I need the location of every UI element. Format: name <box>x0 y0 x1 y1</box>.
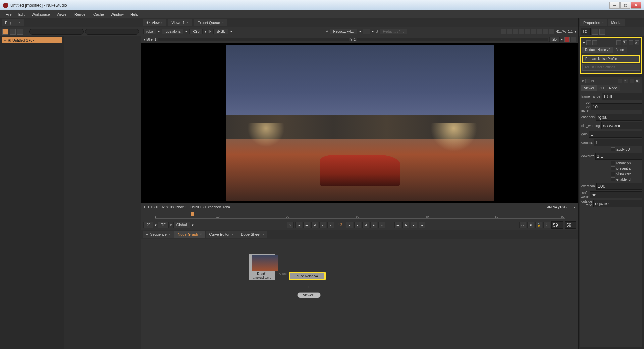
settings-icon[interactable] <box>571 37 576 42</box>
input-a-dropdown[interactable]: Reduc… v4… <box>330 29 357 34</box>
menu-render[interactable]: Render <box>71 11 90 18</box>
node-read1[interactable]: Read1 ampleClip.mp <box>249 254 275 280</box>
export-icon[interactable]: ⤴ <box>543 222 550 228</box>
minimize-button[interactable]: — <box>609 2 620 9</box>
tf-dropdown[interactable]: TF <box>158 222 168 228</box>
props-tab-node[interactable]: Node <box>613 47 627 53</box>
step-fwd-button[interactable]: ▸I <box>362 222 369 228</box>
close-panel-icon[interactable]: × <box>635 40 639 45</box>
adjust-filter-settings-button[interactable]: Adjust Filter Settings <box>582 64 640 71</box>
menu-file[interactable]: File <box>2 11 15 18</box>
pause-icon[interactable] <box>549 29 554 34</box>
next-icon[interactable]: ▸ <box>151 38 153 41</box>
edit-icon[interactable] <box>618 79 622 83</box>
apply-lut-checkbox[interactable] <box>611 147 615 151</box>
increment-input[interactable] <box>591 103 642 110</box>
clip-icon[interactable] <box>519 29 524 34</box>
outside-ratio-dropdown[interactable] <box>593 200 642 207</box>
channels-input-1[interactable] <box>596 114 642 121</box>
frame-range-input[interactable] <box>602 93 642 100</box>
range-dropdown[interactable]: Global <box>173 222 190 228</box>
next-frame-button[interactable]: ▸ <box>354 222 361 228</box>
monitor-icon[interactable]: ▭ <box>519 222 526 228</box>
node-graph-canvas[interactable]: Read1 ampleClip.mp Source duce Noise v4 … <box>141 239 578 349</box>
gamma-slider[interactable] <box>357 38 548 41</box>
end-frame-input[interactable] <box>551 221 563 229</box>
menu-help[interactable]: Help <box>127 11 142 18</box>
next-key-button[interactable]: ■ <box>370 222 377 228</box>
close-icon[interactable]: × <box>232 233 233 236</box>
prepare-noise-profile-button[interactable]: Prepare Noise Profile <box>582 55 640 63</box>
view-mode-dropdown[interactable]: 2D <box>549 37 560 42</box>
close-icon[interactable]: × <box>187 21 189 24</box>
props-tab-viewer[interactable]: Viewer <box>581 85 597 91</box>
skip-fwd-button[interactable]: ▸▸ <box>419 222 425 228</box>
tab-curve-editor[interactable]: Curve Editor × <box>206 231 236 238</box>
current-frame[interactable]: 13 <box>335 223 345 227</box>
clear-icon[interactable] <box>599 29 605 35</box>
view-list-icon[interactable] <box>10 29 16 35</box>
first-frame-button[interactable]: I◂ <box>295 222 302 228</box>
prevent-checkbox[interactable] <box>611 166 615 170</box>
gamma-input[interactable] <box>594 139 642 146</box>
help-icon[interactable]: ? <box>624 79 628 83</box>
menu-cache[interactable]: Cache <box>90 11 107 18</box>
menu-workspace[interactable]: Workspace <box>28 11 53 18</box>
record-icon[interactable] <box>564 37 570 42</box>
overscan-input[interactable] <box>596 183 642 190</box>
alpha-dropdown[interactable]: rgba.alpha <box>162 29 183 34</box>
menu-edit[interactable]: Edit <box>15 11 28 18</box>
menu-window[interactable]: Window <box>107 11 127 18</box>
collapse-icon[interactable]: ▾ <box>582 79 584 83</box>
ignore-pix-checkbox[interactable] <box>611 161 615 165</box>
prev-icon[interactable]: ◂ <box>143 38 145 41</box>
downrez-dropdown[interactable] <box>595 153 642 160</box>
fstop-value[interactable]: f/8 <box>146 38 150 41</box>
lock-icon[interactable] <box>592 29 598 35</box>
proxy-icon[interactable] <box>513 29 518 34</box>
tab-node-graph[interactable]: Node Graph × <box>174 231 205 238</box>
wipe-dropdown[interactable]: - <box>363 29 370 34</box>
gain-input[interactable] <box>589 131 642 138</box>
tab-properties[interactable]: Properties × <box>580 19 607 26</box>
timeline[interactable]: 1 10 20 30 40 50 59 <box>141 211 578 220</box>
revert-icon[interactable] <box>630 79 634 83</box>
node-reduce-noise[interactable]: duce Noise v4 <box>289 272 326 280</box>
frame-value[interactable]: 1 <box>154 38 156 41</box>
channel-dropdown[interactable]: rgba <box>143 29 156 34</box>
roi-icon[interactable] <box>507 29 512 34</box>
props-tab-3d[interactable]: 3D <box>597 85 606 91</box>
zoom-percent[interactable]: 41.7% <box>556 30 566 33</box>
loop-icon[interactable]: ↻ <box>287 222 294 228</box>
step-back-button[interactable]: ◂ <box>319 222 326 228</box>
render-icon[interactable] <box>543 29 548 34</box>
tab-dope-sheet[interactable]: Dope Sheet × <box>237 231 267 238</box>
zoom-ratio[interactable]: 1:1 <box>568 30 573 33</box>
end-frame-input-2[interactable] <box>565 221 576 229</box>
maximize-button[interactable]: ▢ <box>620 2 630 9</box>
props-tab-node[interactable]: Node <box>606 85 620 91</box>
gain-icon[interactable] <box>531 29 536 34</box>
colorspace-dropdown[interactable]: sRGB <box>213 29 228 34</box>
close-button[interactable]: ✕ <box>631 2 641 9</box>
lock-icon[interactable]: 🔒 <box>535 222 542 228</box>
zoom-slider[interactable] <box>29 29 84 35</box>
props-tab-reduce-noise[interactable]: Reduce Noise v4 <box>582 47 613 53</box>
play-button[interactable]: ▸ <box>346 222 353 228</box>
close-icon[interactable]: × <box>169 233 170 236</box>
view-detail-icon[interactable] <box>17 29 23 35</box>
project-tree[interactable]: ⌙ ▣ Untitled 1 {0} <box>0 36 64 349</box>
revert-icon[interactable] <box>629 40 633 45</box>
tab-sequence[interactable]: ≡ Sequence × <box>143 231 174 238</box>
center-icon[interactable] <box>585 79 590 83</box>
props-count-input[interactable] <box>581 28 591 35</box>
view-grid-icon[interactable] <box>2 29 8 35</box>
in-point-button[interactable]: I◂ <box>402 222 409 228</box>
clip-warning-dropdown[interactable] <box>601 122 642 129</box>
gain-slider[interactable] <box>158 38 349 41</box>
out-point-button[interactable]: ▸I <box>411 222 417 228</box>
tab-viewer1[interactable]: Viewer1 × <box>168 19 192 26</box>
node-viewer1[interactable]: Viewer1 <box>297 292 321 298</box>
tab-media[interactable]: Media <box>608 19 625 26</box>
tab-export-queue[interactable]: Export Queue × <box>194 19 227 26</box>
